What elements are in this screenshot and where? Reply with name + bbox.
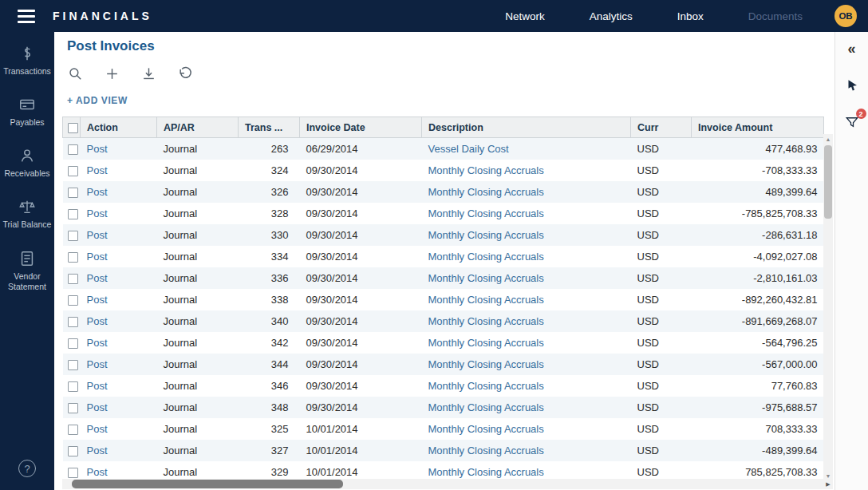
post-link[interactable]: Post (87, 445, 108, 456)
invoice-date-cell: 09/30/2014 (300, 181, 422, 203)
row-checkbox[interactable] (68, 231, 78, 241)
column-header-action[interactable]: Action (81, 117, 157, 138)
row-checkbox[interactable] (68, 295, 78, 306)
action-cell: Post (81, 138, 157, 160)
post-link[interactable]: Post (87, 358, 108, 370)
apar-cell: Journal (157, 354, 239, 375)
post-link[interactable]: Post (87, 207, 108, 219)
table-row: Post Journal 348 09/30/2014 Monthly Clos… (63, 397, 824, 418)
invoice-date-cell: 09/30/2014 (300, 160, 422, 181)
row-checkbox[interactable] (68, 317, 78, 327)
row-checkbox[interactable] (68, 188, 78, 198)
horizontal-scroll-thumb[interactable] (72, 480, 343, 488)
row-checkbox[interactable] (68, 360, 78, 370)
pointer-icon[interactable] (843, 77, 861, 94)
add-view-button[interactable]: + ADD VIEW (67, 95, 128, 106)
description-cell: Monthly Closing Accruals (422, 203, 631, 224)
row-select-cell (63, 203, 81, 224)
scroll-up-arrow-icon[interactable]: ▲ (823, 134, 833, 144)
invoice-date-cell: 09/30/2014 (300, 375, 422, 397)
description-link[interactable]: Monthly Closing Accruals (428, 358, 544, 370)
description-link[interactable]: Monthly Closing Accruals (428, 337, 544, 349)
post-link[interactable]: Post (87, 143, 108, 155)
sidebar-item-vendor-statement[interactable]: Vendor Statement (2, 248, 53, 292)
column-header-invoice-date[interactable]: Invoice Date (300, 117, 422, 138)
currency-cell: USD (631, 267, 692, 289)
nav-network[interactable]: Network (505, 10, 545, 22)
description-link[interactable]: Monthly Closing Accruals (428, 164, 544, 176)
post-link[interactable]: Post (87, 186, 108, 198)
vertical-scroll-thumb[interactable] (824, 145, 832, 219)
row-select-cell (63, 397, 81, 418)
select-all-checkbox[interactable] (68, 123, 78, 133)
description-link[interactable]: Monthly Closing Accruals (428, 401, 544, 413)
post-link[interactable]: Post (87, 251, 108, 263)
description-link[interactable]: Monthly Closing Accruals (428, 466, 544, 478)
description-link[interactable]: Monthly Closing Accruals (428, 294, 544, 306)
description-link[interactable]: Monthly Closing Accruals (428, 445, 544, 456)
row-checkbox[interactable] (68, 403, 78, 413)
column-header-trans[interactable]: Trans ... (239, 117, 300, 138)
table-row: Post Journal 344 09/30/2014 Monthly Clos… (63, 354, 824, 375)
row-checkbox[interactable] (68, 468, 78, 478)
description-link[interactable]: Monthly Closing Accruals (428, 207, 544, 219)
scroll-right-arrow-icon[interactable]: ▶ (823, 479, 833, 489)
help-icon[interactable]: ? (18, 460, 36, 477)
post-link[interactable]: Post (87, 294, 108, 306)
download-icon[interactable] (140, 65, 156, 81)
post-link[interactable]: Post (87, 315, 108, 327)
table-row: Post Journal 324 09/30/2014 Monthly Clos… (63, 160, 824, 181)
description-link[interactable]: Monthly Closing Accruals (428, 315, 544, 327)
description-cell: Monthly Closing Accruals (422, 440, 631, 461)
column-header-description[interactable]: Description (422, 117, 631, 138)
row-checkbox[interactable] (68, 446, 78, 456)
sidebar-item-trial-balance[interactable]: Trial Balance (2, 196, 53, 230)
horizontal-scrollbar[interactable]: ▶ (62, 479, 833, 489)
sidebar-item-payables[interactable]: Payables (2, 94, 53, 128)
add-icon[interactable] (104, 65, 120, 81)
search-icon[interactable] (67, 65, 83, 81)
row-checkbox[interactable] (68, 144, 78, 155)
filter-icon[interactable]: 2 (843, 113, 861, 131)
description-link[interactable]: Monthly Closing Accruals (428, 229, 544, 241)
user-avatar[interactable]: OB (834, 5, 857, 27)
undo-icon[interactable] (177, 65, 193, 81)
row-checkbox[interactable] (68, 425, 78, 435)
sidebar-item-receivables[interactable]: Receivables (2, 145, 53, 179)
invoice-amount-cell: 489,399.64 (692, 181, 824, 203)
post-link[interactable]: Post (87, 423, 108, 435)
description-link[interactable]: Monthly Closing Accruals (428, 186, 544, 198)
post-link[interactable]: Post (87, 401, 108, 413)
row-checkbox[interactable] (68, 338, 78, 349)
sidebar-item-transactions[interactable]: Transactions (2, 43, 53, 77)
invoice-amount-cell: -489,399.64 (692, 440, 824, 461)
vertical-scrollbar[interactable]: ▲ ▼ (823, 134, 833, 480)
apar-cell: Journal (157, 289, 239, 310)
app-brand: FINANCIALS (53, 10, 152, 22)
collapse-panel-icon[interactable]: « (843, 40, 861, 57)
description-link[interactable]: Monthly Closing Accruals (428, 251, 544, 263)
row-checkbox[interactable] (68, 209, 78, 219)
post-link[interactable]: Post (87, 466, 108, 478)
description-link[interactable]: Monthly Closing Accruals (428, 423, 544, 435)
post-link[interactable]: Post (87, 229, 108, 241)
description-link[interactable]: Monthly Closing Accruals (428, 272, 544, 284)
row-checkbox[interactable] (68, 252, 78, 263)
description-cell: Monthly Closing Accruals (422, 332, 631, 354)
post-link[interactable]: Post (87, 164, 108, 176)
post-link[interactable]: Post (87, 380, 108, 392)
description-link[interactable]: Monthly Closing Accruals (428, 380, 544, 392)
description-link[interactable]: Vessel Daily Cost (428, 143, 509, 155)
invoice-amount-cell: 477,468.93 (692, 138, 824, 160)
post-link[interactable]: Post (87, 272, 108, 284)
row-checkbox[interactable] (68, 274, 78, 284)
column-header-apar[interactable]: AP/AR (157, 117, 239, 138)
nav-inbox[interactable]: Inbox (677, 10, 704, 22)
post-link[interactable]: Post (87, 337, 108, 349)
row-checkbox[interactable] (68, 381, 78, 392)
column-header-invoice-amount[interactable]: Invoice Amount (692, 117, 824, 138)
nav-analytics[interactable]: Analytics (590, 10, 633, 22)
column-header-curr[interactable]: Curr (631, 117, 692, 138)
hamburger-menu-icon[interactable] (10, 10, 48, 23)
row-checkbox[interactable] (68, 166, 78, 176)
